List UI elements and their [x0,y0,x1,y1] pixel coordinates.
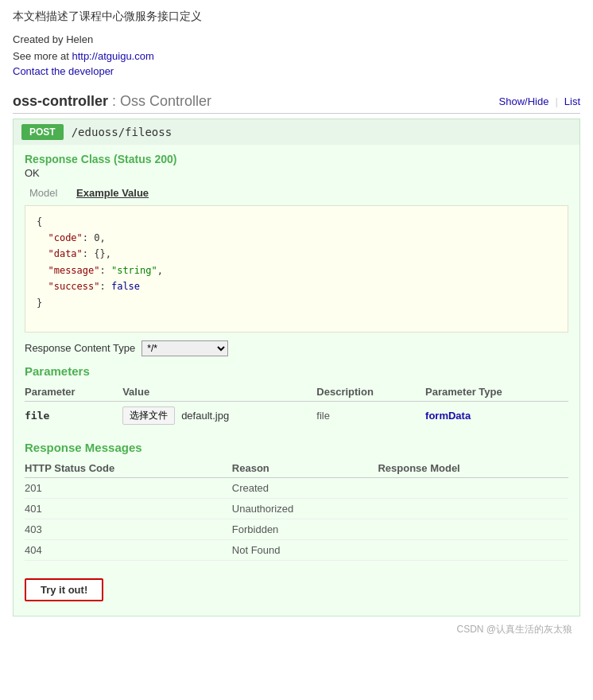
content-type-row: Response Content Type */* application/js… [25,340,568,356]
col-response-model: Response Model [378,459,568,478]
controller-id: oss-controller [13,93,108,109]
method-badge: POST [21,124,64,140]
response-messages-table: HTTP Status Code Reason Response Model 2… [25,459,568,561]
controller-header: oss-controller : Oss Controller Show/Hid… [13,93,580,114]
actions-divider: | [555,95,557,107]
choose-file-button[interactable]: 选择文件 [122,406,175,425]
col-reason: Reason [232,459,378,478]
atguigu-link[interactable]: http://atguigu.com [72,50,153,62]
contact-link[interactable]: Contact the developer [13,65,114,77]
response-message-row: 201 Created [25,477,568,498]
example-value-tab[interactable]: Example Value [72,185,153,200]
col-description: Description [316,383,425,402]
col-param-type: Parameter Type [425,383,568,402]
intro-text: 本文档描述了课程中心微服务接口定义 [13,10,580,24]
list-link[interactable]: List [564,95,580,107]
endpoint-body: Response Class (Status 200) OK Model Exa… [14,145,579,616]
params-header-row: Parameter Value Description Parameter Ty… [25,383,568,402]
reason-text: Forbidden [232,523,279,535]
endpoint-header: POST /eduoss/fileoss [14,119,579,145]
footer-watermark: CSDN @认真生活的灰太狼 [13,623,580,636]
status-code: 201 [25,482,42,494]
col-value: Value [122,383,316,402]
try-btn-area: Try it out! [25,572,568,608]
status-code: 404 [25,544,42,556]
response-ok: OK [25,167,568,179]
response-messages-body: 201 Created 401 Unauthorized 403 Forbidd… [25,477,568,560]
controller-actions: Show/Hide | List [499,95,581,107]
param-desc-file: file [316,410,330,422]
response-messages-header: HTTP Status Code Reason Response Model [25,459,568,478]
response-message-row: 403 Forbidden [25,519,568,539]
file-input-area: 选择文件 default.jpg [122,406,310,425]
try-it-out-button[interactable]: Try it out! [25,578,103,601]
file-name-text: default.jpg [181,410,229,422]
controller-display-name: Oss Controller [120,93,211,109]
col-http-status: HTTP Status Code [25,459,232,478]
content-type-select[interactable]: */* application/json text/plain [141,340,228,356]
col-parameter: Parameter [25,383,122,402]
param-row-file: file 选择文件 default.jpg file formData [25,401,568,430]
response-class-title: Response Class (Status 200) [25,153,568,165]
endpoint-block: POST /eduoss/fileoss Response Class (Sta… [13,119,580,616]
model-tab[interactable]: Model [25,185,62,200]
show-hide-link[interactable]: Show/Hide [499,95,549,107]
reason-text: Created [232,482,269,494]
status-code: 401 [25,503,42,515]
reason-text: Not Found [232,544,281,556]
response-messages-title: Response Messages [25,441,568,454]
created-by: Created by Helen See more at http://atgu… [13,32,580,65]
parameters-title: Parameters [25,364,568,378]
response-message-row: 404 Not Found [25,539,568,560]
created-by-label: Created by Helen [13,33,93,45]
reason-text: Unauthorized [232,503,293,515]
code-block: { "code": 0, "data": {}, "message": "str… [25,205,568,332]
parameters-table: Parameter Value Description Parameter Ty… [25,383,568,430]
endpoint-path: /eduoss/fileoss [72,126,172,138]
controller-title: oss-controller : Oss Controller [13,93,211,110]
model-tabs: Model Example Value [25,185,568,200]
see-more-label: See more at [13,50,72,62]
controller-name-sep: : [112,93,120,109]
content-type-label: Response Content Type [25,342,135,354]
response-message-row: 401 Unauthorized [25,498,568,519]
status-code: 403 [25,523,42,535]
param-name-file: file [25,410,49,422]
param-type-file: formData [425,410,471,422]
